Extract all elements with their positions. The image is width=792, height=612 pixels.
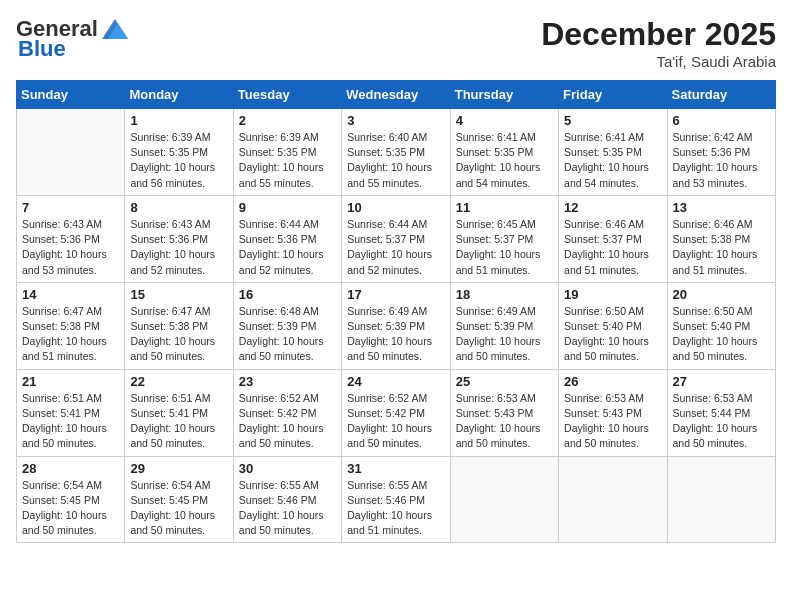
location-title: Ta'if, Saudi Arabia <box>541 53 776 70</box>
cell-info: Sunrise: 6:54 AMSunset: 5:45 PMDaylight:… <box>22 479 107 537</box>
calendar-cell: 8Sunrise: 6:43 AMSunset: 5:36 PMDaylight… <box>125 195 233 282</box>
day-number: 18 <box>456 287 553 302</box>
calendar-cell: 10Sunrise: 6:44 AMSunset: 5:37 PMDayligh… <box>342 195 450 282</box>
day-number: 29 <box>130 461 227 476</box>
calendar-cell: 14Sunrise: 6:47 AMSunset: 5:38 PMDayligh… <box>17 282 125 369</box>
calendar-cell: 26Sunrise: 6:53 AMSunset: 5:43 PMDayligh… <box>559 369 667 456</box>
header-friday: Friday <box>559 81 667 109</box>
cell-info: Sunrise: 6:42 AMSunset: 5:36 PMDaylight:… <box>673 131 758 189</box>
calendar-cell: 28Sunrise: 6:54 AMSunset: 5:45 PMDayligh… <box>17 456 125 543</box>
calendar-cell: 27Sunrise: 6:53 AMSunset: 5:44 PMDayligh… <box>667 369 775 456</box>
cell-info: Sunrise: 6:41 AMSunset: 5:35 PMDaylight:… <box>456 131 541 189</box>
cell-info: Sunrise: 6:52 AMSunset: 5:42 PMDaylight:… <box>347 392 432 450</box>
calendar-cell: 2Sunrise: 6:39 AMSunset: 5:35 PMDaylight… <box>233 109 341 196</box>
day-number: 20 <box>673 287 770 302</box>
day-number: 26 <box>564 374 661 389</box>
day-number: 13 <box>673 200 770 215</box>
cell-info: Sunrise: 6:49 AMSunset: 5:39 PMDaylight:… <box>456 305 541 363</box>
cell-info: Sunrise: 6:47 AMSunset: 5:38 PMDaylight:… <box>22 305 107 363</box>
cell-info: Sunrise: 6:51 AMSunset: 5:41 PMDaylight:… <box>130 392 215 450</box>
day-number: 22 <box>130 374 227 389</box>
calendar-cell <box>17 109 125 196</box>
cell-info: Sunrise: 6:49 AMSunset: 5:39 PMDaylight:… <box>347 305 432 363</box>
cell-info: Sunrise: 6:45 AMSunset: 5:37 PMDaylight:… <box>456 218 541 276</box>
week-row-5: 28Sunrise: 6:54 AMSunset: 5:45 PMDayligh… <box>17 456 776 543</box>
day-number: 5 <box>564 113 661 128</box>
day-number: 6 <box>673 113 770 128</box>
calendar-cell: 12Sunrise: 6:46 AMSunset: 5:37 PMDayligh… <box>559 195 667 282</box>
day-number: 7 <box>22 200 119 215</box>
calendar-cell <box>667 456 775 543</box>
day-number: 24 <box>347 374 444 389</box>
cell-info: Sunrise: 6:44 AMSunset: 5:37 PMDaylight:… <box>347 218 432 276</box>
cell-info: Sunrise: 6:52 AMSunset: 5:42 PMDaylight:… <box>239 392 324 450</box>
cell-info: Sunrise: 6:51 AMSunset: 5:41 PMDaylight:… <box>22 392 107 450</box>
calendar-cell: 19Sunrise: 6:50 AMSunset: 5:40 PMDayligh… <box>559 282 667 369</box>
cell-info: Sunrise: 6:43 AMSunset: 5:36 PMDaylight:… <box>130 218 215 276</box>
logo-blue: Blue <box>18 36 66 62</box>
calendar-cell: 13Sunrise: 6:46 AMSunset: 5:38 PMDayligh… <box>667 195 775 282</box>
logo: General Blue <box>16 16 128 62</box>
calendar-header-row: SundayMondayTuesdayWednesdayThursdayFrid… <box>17 81 776 109</box>
day-number: 3 <box>347 113 444 128</box>
calendar-cell <box>450 456 558 543</box>
page-header: General Blue December 2025 Ta'if, Saudi … <box>16 16 776 70</box>
day-number: 4 <box>456 113 553 128</box>
day-number: 17 <box>347 287 444 302</box>
cell-info: Sunrise: 6:53 AMSunset: 5:43 PMDaylight:… <box>456 392 541 450</box>
cell-info: Sunrise: 6:50 AMSunset: 5:40 PMDaylight:… <box>673 305 758 363</box>
cell-info: Sunrise: 6:41 AMSunset: 5:35 PMDaylight:… <box>564 131 649 189</box>
cell-info: Sunrise: 6:39 AMSunset: 5:35 PMDaylight:… <box>130 131 215 189</box>
calendar-cell: 15Sunrise: 6:47 AMSunset: 5:38 PMDayligh… <box>125 282 233 369</box>
calendar-cell: 3Sunrise: 6:40 AMSunset: 5:35 PMDaylight… <box>342 109 450 196</box>
day-number: 11 <box>456 200 553 215</box>
calendar-cell: 7Sunrise: 6:43 AMSunset: 5:36 PMDaylight… <box>17 195 125 282</box>
day-number: 8 <box>130 200 227 215</box>
cell-info: Sunrise: 6:55 AMSunset: 5:46 PMDaylight:… <box>239 479 324 537</box>
day-number: 16 <box>239 287 336 302</box>
calendar-cell: 17Sunrise: 6:49 AMSunset: 5:39 PMDayligh… <box>342 282 450 369</box>
day-number: 15 <box>130 287 227 302</box>
calendar-cell: 6Sunrise: 6:42 AMSunset: 5:36 PMDaylight… <box>667 109 775 196</box>
day-number: 9 <box>239 200 336 215</box>
header-tuesday: Tuesday <box>233 81 341 109</box>
cell-info: Sunrise: 6:55 AMSunset: 5:46 PMDaylight:… <box>347 479 432 537</box>
cell-info: Sunrise: 6:48 AMSunset: 5:39 PMDaylight:… <box>239 305 324 363</box>
day-number: 23 <box>239 374 336 389</box>
cell-info: Sunrise: 6:46 AMSunset: 5:37 PMDaylight:… <box>564 218 649 276</box>
calendar-cell: 18Sunrise: 6:49 AMSunset: 5:39 PMDayligh… <box>450 282 558 369</box>
day-number: 14 <box>22 287 119 302</box>
calendar-cell: 9Sunrise: 6:44 AMSunset: 5:36 PMDaylight… <box>233 195 341 282</box>
calendar-cell: 5Sunrise: 6:41 AMSunset: 5:35 PMDaylight… <box>559 109 667 196</box>
calendar-cell: 31Sunrise: 6:55 AMSunset: 5:46 PMDayligh… <box>342 456 450 543</box>
week-row-1: 1Sunrise: 6:39 AMSunset: 5:35 PMDaylight… <box>17 109 776 196</box>
calendar-cell: 21Sunrise: 6:51 AMSunset: 5:41 PMDayligh… <box>17 369 125 456</box>
day-number: 27 <box>673 374 770 389</box>
title-area: December 2025 Ta'if, Saudi Arabia <box>541 16 776 70</box>
cell-info: Sunrise: 6:43 AMSunset: 5:36 PMDaylight:… <box>22 218 107 276</box>
calendar-cell: 29Sunrise: 6:54 AMSunset: 5:45 PMDayligh… <box>125 456 233 543</box>
calendar-table: SundayMondayTuesdayWednesdayThursdayFrid… <box>16 80 776 543</box>
header-sunday: Sunday <box>17 81 125 109</box>
calendar-cell: 16Sunrise: 6:48 AMSunset: 5:39 PMDayligh… <box>233 282 341 369</box>
week-row-4: 21Sunrise: 6:51 AMSunset: 5:41 PMDayligh… <box>17 369 776 456</box>
month-title: December 2025 <box>541 16 776 53</box>
calendar-cell: 30Sunrise: 6:55 AMSunset: 5:46 PMDayligh… <box>233 456 341 543</box>
logo-icon <box>102 19 128 39</box>
cell-info: Sunrise: 6:39 AMSunset: 5:35 PMDaylight:… <box>239 131 324 189</box>
cell-info: Sunrise: 6:46 AMSunset: 5:38 PMDaylight:… <box>673 218 758 276</box>
calendar-cell: 11Sunrise: 6:45 AMSunset: 5:37 PMDayligh… <box>450 195 558 282</box>
week-row-2: 7Sunrise: 6:43 AMSunset: 5:36 PMDaylight… <box>17 195 776 282</box>
cell-info: Sunrise: 6:40 AMSunset: 5:35 PMDaylight:… <box>347 131 432 189</box>
calendar-cell: 23Sunrise: 6:52 AMSunset: 5:42 PMDayligh… <box>233 369 341 456</box>
day-number: 12 <box>564 200 661 215</box>
calendar-cell: 20Sunrise: 6:50 AMSunset: 5:40 PMDayligh… <box>667 282 775 369</box>
cell-info: Sunrise: 6:50 AMSunset: 5:40 PMDaylight:… <box>564 305 649 363</box>
calendar-cell: 24Sunrise: 6:52 AMSunset: 5:42 PMDayligh… <box>342 369 450 456</box>
calendar-cell: 4Sunrise: 6:41 AMSunset: 5:35 PMDaylight… <box>450 109 558 196</box>
header-saturday: Saturday <box>667 81 775 109</box>
day-number: 10 <box>347 200 444 215</box>
cell-info: Sunrise: 6:47 AMSunset: 5:38 PMDaylight:… <box>130 305 215 363</box>
calendar-cell: 25Sunrise: 6:53 AMSunset: 5:43 PMDayligh… <box>450 369 558 456</box>
cell-info: Sunrise: 6:53 AMSunset: 5:43 PMDaylight:… <box>564 392 649 450</box>
